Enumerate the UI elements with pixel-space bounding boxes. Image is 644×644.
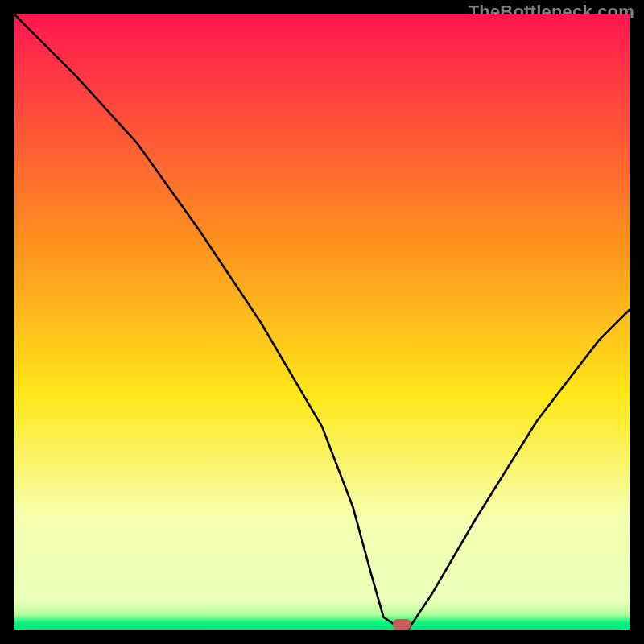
optimal-marker [393, 619, 411, 630]
chart-svg [14, 14, 630, 630]
chart-frame: TheBottleneck.com [0, 0, 644, 644]
gradient-background [14, 14, 630, 630]
plot-area [14, 14, 630, 630]
